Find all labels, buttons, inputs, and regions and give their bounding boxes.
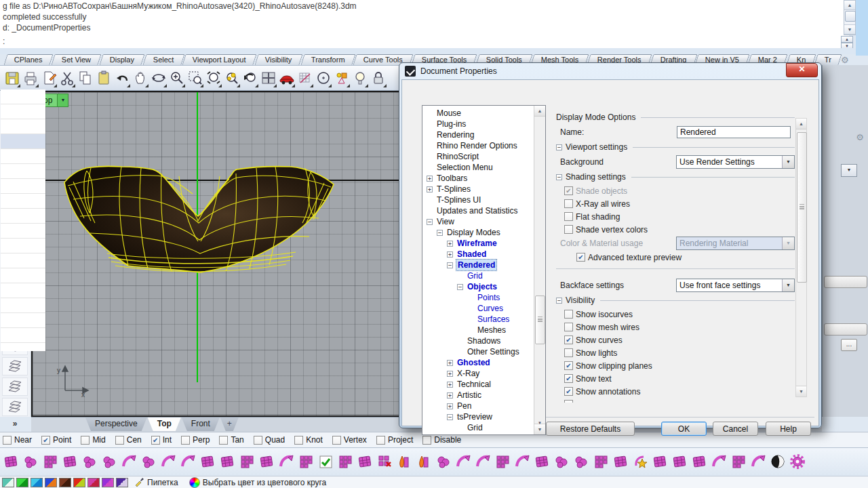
osnap-checkbox[interactable] — [151, 436, 160, 445]
circle-center-icon[interactable] — [314, 68, 332, 88]
tab-viewport-layout[interactable]: Viewport Layout — [182, 54, 257, 65]
panel-row[interactable] — [1, 209, 45, 224]
expand-icon[interactable]: + — [447, 251, 453, 258]
osnap-mid[interactable]: Mid — [81, 435, 105, 445]
osnap-checkbox[interactable] — [422, 436, 431, 445]
panel-button[interactable] — [824, 276, 867, 288]
annotate-dot-icon[interactable] — [332, 68, 351, 88]
checkbox-flat-shading[interactable] — [564, 212, 573, 221]
tree-item-other-settings[interactable]: Other Settings — [422, 346, 545, 357]
scroll-down-icon[interactable]: ▼ — [844, 24, 855, 35]
tsplines-tool-18-grid-icon[interactable] — [336, 451, 355, 473]
lock-icon[interactable] — [369, 68, 387, 88]
collapse-icon[interactable]: − — [427, 219, 433, 225]
panel-row[interactable] — [1, 239, 45, 253]
save-icon[interactable] — [3, 68, 21, 88]
checkbox-show-curves[interactable] — [564, 336, 573, 344]
zoom-in-icon[interactable] — [167, 68, 186, 88]
tab-transform[interactable]: Transform — [300, 54, 355, 65]
tree-item-updates-and-statistics[interactable]: Updates and Statistics — [422, 205, 545, 216]
panel-row[interactable] — [1, 343, 45, 351]
tree-item-rhinoscript[interactable]: RhinoScript — [422, 151, 545, 162]
tsplines-tool-3-grid-icon[interactable] — [41, 451, 60, 473]
scroll-up-icon[interactable]: ▲ — [844, 1, 855, 10]
checkbox-show-lights[interactable] — [564, 348, 573, 357]
ok-button[interactable]: OK — [661, 422, 707, 436]
checkbox-advanced-texture-preview[interactable] — [576, 253, 585, 262]
tsplines-tool-8-blob-icon[interactable] — [139, 451, 159, 473]
panel-row[interactable] — [1, 149, 45, 164]
tsplines-tool-9-arc-icon[interactable] — [159, 451, 178, 473]
checkbox-shade-vertex-colors[interactable] — [564, 225, 573, 234]
osnap-checkbox[interactable] — [181, 436, 190, 445]
uvw-edit-icon[interactable] — [296, 68, 314, 88]
tree-item-technical[interactable]: +Technical — [422, 379, 545, 390]
tree-scrollbar[interactable]: ▲ ▼ — [534, 106, 545, 434]
panel-row[interactable] — [1, 313, 45, 328]
expand-icon[interactable]: + — [447, 382, 453, 388]
panel-row[interactable] — [1, 104, 45, 119]
tree-item-selection-menu[interactable]: Selection Menu — [422, 162, 545, 173]
panel-button[interactable] — [824, 323, 867, 336]
panel-row[interactable] — [1, 298, 45, 313]
tsplines-tool-40-sphere-icon[interactable] — [768, 451, 788, 473]
osnap-int[interactable]: Int — [151, 435, 172, 445]
tsplines-tool-37-arc-icon[interactable] — [709, 451, 729, 473]
tsplines-tool-39-arc-icon[interactable] — [749, 451, 768, 473]
tree-item-rendered[interactable]: −Rendered — [422, 260, 545, 270]
tree-item-view[interactable]: −View — [422, 216, 545, 227]
command-history-scrollbar[interactable]: ▲ ▼ — [844, 0, 856, 35]
color-swatch-9[interactable] — [116, 478, 128, 487]
expand-icon[interactable]: + — [427, 186, 433, 192]
print-icon[interactable] — [21, 68, 39, 88]
tsplines-tool-28-cube-icon[interactable] — [532, 451, 552, 473]
tree-item-objects[interactable]: −Objects — [422, 281, 545, 292]
undo-icon[interactable] — [113, 68, 131, 88]
browse-button[interactable]: ... — [841, 339, 857, 351]
tsplines-tool-4-cube-icon[interactable] — [60, 451, 80, 473]
osnap-cen[interactable]: Cen — [115, 435, 142, 445]
osnap-checkbox[interactable] — [3, 436, 12, 445]
tsplines-tool-36-cube-icon[interactable] — [690, 451, 709, 473]
tsplines-tool-34-cube-icon[interactable] — [650, 451, 670, 473]
panel-row[interactable] — [1, 194, 45, 209]
tree-item-surfaces[interactable]: Surfaces — [422, 314, 545, 325]
collapse-icon[interactable]: − — [447, 262, 453, 268]
tsplines-tool-1-cube-icon[interactable] — [1, 451, 21, 473]
tree-item-ghosted[interactable]: +Ghosted — [422, 357, 545, 368]
tree-item-points[interactable]: Points — [422, 292, 545, 303]
tsplines-tool-6-blob-icon[interactable] — [100, 451, 119, 473]
eyedropper-icon[interactable] — [130, 476, 144, 488]
panel-row[interactable] — [1, 179, 45, 194]
panel-row[interactable] — [1, 119, 45, 134]
dialog-close-button[interactable]: ✕ — [786, 63, 818, 77]
tree-item-rendering[interactable]: Rendering — [422, 129, 545, 140]
expand-icon[interactable]: + — [427, 176, 433, 182]
osnap-tan[interactable]: Tan — [219, 435, 243, 445]
zoom-target-icon[interactable] — [222, 68, 241, 88]
tree-item-artistic[interactable]: +Artistic — [422, 390, 545, 401]
options-tree[interactable]: MousePlug-insRenderingRhino Render Optio… — [422, 105, 546, 435]
panel-row[interactable] — [1, 268, 45, 283]
expand-icon[interactable]: + — [447, 392, 453, 399]
checkbox-show-annotations[interactable] — [564, 387, 573, 396]
tree-item-plug-ins[interactable]: Plug-ins — [422, 119, 545, 129]
chevron-down-icon[interactable]: ▼ — [782, 156, 794, 168]
checkbox-show-clipping-planes[interactable] — [564, 361, 573, 370]
tree-item-grid[interactable]: Grid — [422, 270, 545, 281]
checkbox-x-ray-all-wires[interactable] — [564, 199, 573, 208]
osnap-checkbox[interactable] — [332, 436, 341, 445]
tab-cplanes[interactable]: CPlanes — [3, 54, 53, 65]
osnap-checkbox[interactable] — [41, 436, 50, 445]
scroll-thumb[interactable] — [845, 11, 856, 22]
color-swatch-1[interactable] — [2, 478, 14, 487]
tree-item-toolbars[interactable]: +Toolbars — [422, 173, 545, 184]
tree-item-grid[interactable]: Grid — [422, 422, 545, 433]
checkbox-partial[interactable] — [564, 400, 573, 403]
tsplines-tool-31-grid-icon[interactable] — [591, 451, 611, 473]
tree-item-pen[interactable]: +Pen — [422, 401, 545, 411]
collapse-group-icon[interactable]: − — [556, 174, 562, 180]
copy-icon[interactable] — [76, 68, 94, 88]
lamp-icon[interactable] — [351, 68, 369, 88]
expand-icon[interactable]: + — [447, 371, 453, 377]
